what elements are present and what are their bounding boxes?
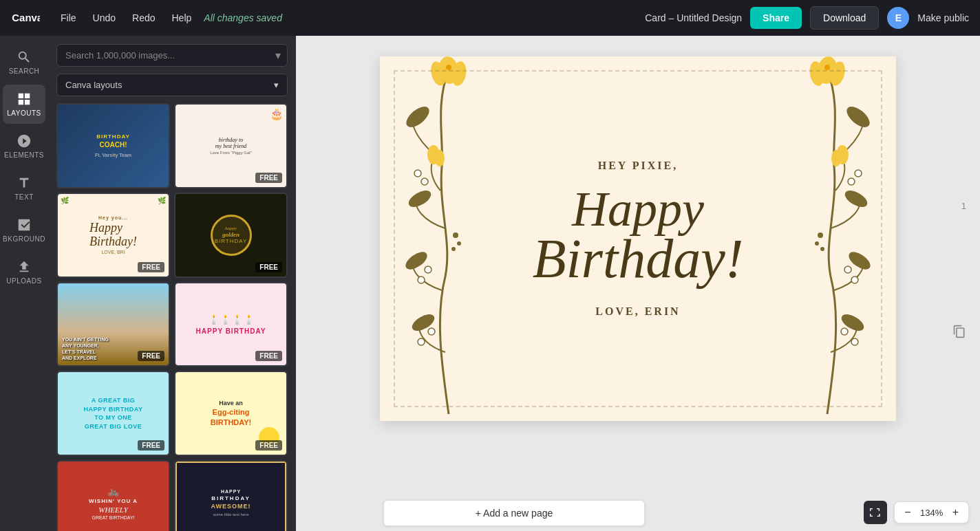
badge-free-7: FREE <box>138 440 164 451</box>
badge-free-6: FREE <box>255 351 282 361</box>
template-card-7[interactable]: A GREAT BIGHAPPY BIRTHDAYTO MY ONEGREAT … <box>56 371 170 456</box>
sidebar-elements-label: ELEMENTS <box>4 151 44 159</box>
badge-free-2: FREE <box>255 173 282 183</box>
card-text-area: HEY PIXIE, Happy Birthday! LOVE, ERIN <box>380 56 896 421</box>
canvas-area[interactable]: HEY PIXIE, Happy Birthday! LOVE, ERIN 1 … <box>296 36 980 531</box>
search-input[interactable] <box>56 44 288 67</box>
make-public-button[interactable]: Make public <box>917 12 969 23</box>
card-love[interactable]: LOVE, ERIN <box>595 305 680 318</box>
nav-menu: File Undo Redo Help All changes saved <box>54 10 282 26</box>
card-happy[interactable]: Happy <box>572 186 704 232</box>
layout-selector-arrow: ▾ <box>274 80 279 90</box>
nav-redo[interactable]: Redo <box>125 10 162 26</box>
sidebar-item-background[interactable]: BKGROUND <box>3 210 45 250</box>
page-number: 1 <box>961 201 966 211</box>
template-card-3[interactable]: Hey you... HappyBirthday! LOVE, BRI 🌿 🌿 … <box>56 193 170 278</box>
sidebar-bkground-label: BKGROUND <box>3 235 45 243</box>
nav-undo[interactable]: Undo <box>86 10 122 26</box>
share-button[interactable]: Share <box>750 7 802 29</box>
saved-status: All changes saved <box>204 12 282 23</box>
sidebar-item-layouts[interactable]: LAYOUTS <box>3 85 45 124</box>
nav-file[interactable]: File <box>54 10 83 26</box>
add-page-button[interactable]: + Add a new page <box>383 500 645 526</box>
template-card-1[interactable]: BIRTHDAY COACH! Ft. Varsity Team <box>56 103 170 188</box>
sidebar-item-uploads[interactable]: UPLOADS <box>3 252 45 292</box>
badge-free-3: FREE <box>138 262 164 272</box>
nav-help[interactable]: Help <box>165 10 199 26</box>
sidebar-item-search[interactable]: SEARCH <box>3 43 45 82</box>
card-greeting[interactable]: HEY PIXIE, <box>598 160 679 172</box>
bottom-bar: + Add a new page <box>296 495 980 531</box>
template-card-2[interactable]: birthday tomy best friend Love From "Pig… <box>174 103 288 188</box>
app-body: SEARCH LAYOUTS ELEMENTS TEXT BKGROUND UP… <box>0 36 980 531</box>
sidebar-layouts-label: LAYOUTS <box>7 109 41 117</box>
canva-logo[interactable]: Canva <box>11 8 40 28</box>
search-bar-wrapper: ▾ <box>56 44 288 67</box>
sidebar-text-label: TEXT <box>14 193 34 201</box>
sidebar-item-elements[interactable]: ELEMENTS <box>3 127 45 166</box>
card-birthday[interactable]: Birthday! <box>533 232 744 285</box>
template-grid: BIRTHDAY COACH! Ft. Varsity Team birthda… <box>56 103 288 531</box>
sidebar-item-text[interactable]: TEXT <box>3 169 45 208</box>
design-title: Card – Untitled Design <box>645 12 742 23</box>
layouts-panel: ▾ Canva layouts ▾ BIRTHDAY COACH! Ft. Va… <box>48 36 296 531</box>
birthday-card[interactable]: HEY PIXIE, Happy Birthday! LOVE, ERIN <box>380 56 896 421</box>
copy-page-icon[interactable] <box>952 325 966 341</box>
sidebar-uploads-label: UPLOADS <box>6 277 41 285</box>
template-card-4[interactable]: happy golden BIRTHDAY FREE <box>174 193 288 278</box>
template-card-5[interactable]: YOU AIN'T GETTINGANY YOUNGER,LET'S TRAVE… <box>56 282 170 367</box>
avatar[interactable]: E <box>887 7 909 29</box>
download-button[interactable]: Download <box>810 6 879 30</box>
badge-free-8: FREE <box>255 440 282 451</box>
template-card-8[interactable]: Have anEgg-citingBIRTHDAY! FREE <box>174 371 288 456</box>
navbar: Canva File Undo Redo Help All changes sa… <box>0 0 980 36</box>
badge-free-4: FREE <box>255 262 282 272</box>
sidebar-icons: SEARCH LAYOUTS ELEMENTS TEXT BKGROUND UP… <box>0 36 48 531</box>
layout-selector[interactable]: Canva layouts ▾ <box>56 74 288 96</box>
badge-free-5: FREE <box>138 351 164 361</box>
sidebar-search-label: SEARCH <box>9 67 40 75</box>
layout-selector-label: Canva layouts <box>65 80 122 90</box>
template-card-6[interactable]: 🕯️🕯️🕯️🕯️ HAPPY BIRTHDAY FREE <box>174 282 288 367</box>
svg-text:Canva: Canva <box>12 12 40 23</box>
navbar-right: Card – Untitled Design Share Download E … <box>645 6 969 30</box>
